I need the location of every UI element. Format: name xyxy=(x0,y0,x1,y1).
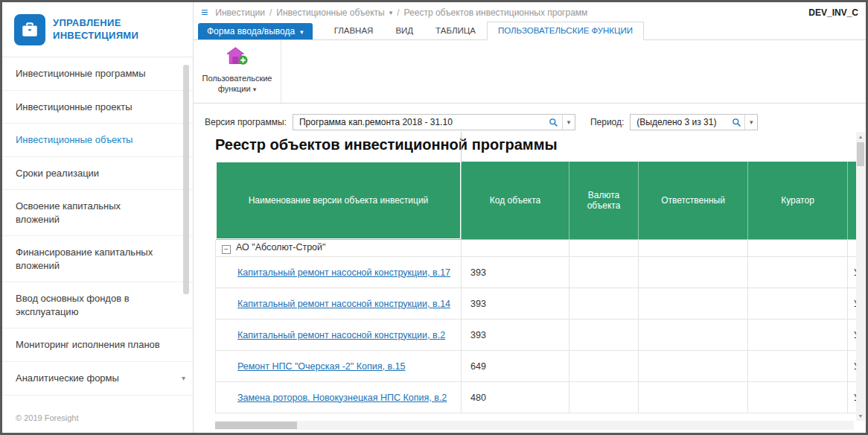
chevron-down-icon[interactable] xyxy=(562,115,575,130)
column-header-code[interactable]: Код объекта xyxy=(462,162,569,240)
sidebar-item-fixed-assets-commissioning[interactable]: Ввод основных фондов в эксплуатацию xyxy=(2,282,193,328)
tab-main[interactable]: ГЛАВНАЯ xyxy=(323,22,385,40)
responsible-cell xyxy=(639,382,748,413)
version-select[interactable]: Программа кап.ремонта 2018 - 31.10 xyxy=(293,114,575,130)
column-header-name[interactable]: Наименование версии объекта инвестиций xyxy=(216,162,462,240)
responsible-cell xyxy=(639,351,748,382)
sidebar-item-label: Сроки реализации xyxy=(16,168,99,179)
table-row: Капитальный ремонт насосной конструкции,… xyxy=(216,320,857,351)
table-row: Капитальный ремонт насосной конструкции,… xyxy=(216,257,857,288)
app-title-line2: ИНВЕСТИЦИЯМИ xyxy=(53,30,138,42)
currency-cell xyxy=(569,351,639,382)
io-form-button-label: Форма ввода/вывода xyxy=(207,26,295,36)
breadcrumb-item-investment-objects[interactable]: Инвестиционные объекты xyxy=(276,7,384,18)
vertical-scrollbar[interactable] xyxy=(856,132,865,421)
object-link[interactable]: Капитальный ремонт насосной конструкции,… xyxy=(237,299,450,309)
sidebar-item-label: Аналитические формы xyxy=(16,372,119,384)
clipped-cell: У xyxy=(848,288,857,320)
sidebar-item-label: Освоение капитальных вложений xyxy=(16,200,121,225)
copyright-text: © 2019 Foresight xyxy=(16,413,79,422)
chevron-down-icon xyxy=(300,26,304,36)
curator-cell xyxy=(748,320,848,351)
scroll-down-icon[interactable] xyxy=(856,411,865,421)
currency-cell xyxy=(569,257,639,288)
sidebar-item-investment-projects[interactable]: Инвестиционные проекты xyxy=(2,91,193,124)
current-user-label: DEV_INV_C xyxy=(808,7,858,18)
user-functions-button-label: Пользовательские функции xyxy=(194,73,281,95)
chevron-down-icon xyxy=(182,373,185,384)
table-header-row: Наименование версии объекта инвестиций К… xyxy=(216,162,857,240)
group-label: АО "Абсолют-Строй" xyxy=(236,242,325,253)
report-table: Наименование версии объекта инвестиций К… xyxy=(215,161,856,413)
user-functions-icon xyxy=(225,45,250,71)
curator-cell xyxy=(748,351,848,382)
report-area: Реестр объектов инвестиционной программы… xyxy=(194,130,866,433)
search-icon[interactable] xyxy=(728,118,744,127)
scroll-up-icon[interactable] xyxy=(856,132,865,142)
curator-cell xyxy=(748,288,848,320)
collapse-group-icon[interactable] xyxy=(222,245,231,254)
sidebar-item-implementation-periods[interactable]: Сроки реализации xyxy=(2,157,193,191)
tab-view[interactable]: ВИД xyxy=(384,22,424,40)
object-link[interactable]: Замена роторов. Новокузнецкая НПС Копия,… xyxy=(237,393,447,403)
clipped-cell: У xyxy=(848,351,857,382)
io-form-button[interactable]: Форма ввода/вывода xyxy=(198,23,313,39)
breadcrumb: Инвестиции / Инвестиционные объекты / Ре… xyxy=(194,2,866,22)
vertical-scrollbar-thumb[interactable] xyxy=(857,142,864,166)
menu-hamburger-icon[interactable] xyxy=(201,7,208,19)
sidebar-item-plan-monitoring[interactable]: Мониторинг исполнения планов xyxy=(2,328,193,362)
tab-table[interactable]: ТАБЛИЦА xyxy=(424,22,487,40)
ribbon-tabbar: Форма ввода/вывода ГЛАВНАЯ ВИД ТАБЛИЦА П… xyxy=(194,22,866,40)
column-header-responsible[interactable]: Ответственный xyxy=(639,162,748,240)
sidebar-item-label: Финансирование капитальных вложений xyxy=(16,247,153,271)
column-header-curator[interactable]: Куратор xyxy=(748,162,848,240)
chevron-down-icon[interactable] xyxy=(744,115,757,130)
breadcrumb-item-investments[interactable]: Инвестиции xyxy=(215,7,265,18)
period-select-value: (Выделено 3 из 31) xyxy=(631,117,728,127)
app-title-line1: УПРАВЛЕНИЕ xyxy=(53,17,138,30)
horizontal-scrollbar[interactable] xyxy=(215,421,854,430)
report-table-viewport: Наименование версии объекта инвестиций К… xyxy=(215,161,856,413)
breadcrumb-separator: / xyxy=(397,7,399,18)
code-cell: 393 xyxy=(462,288,569,320)
sidebar-item-investment-objects[interactable]: Инвестиционные объекты xyxy=(2,124,193,157)
horizontal-scrollbar-thumb[interactable] xyxy=(215,422,297,429)
object-link[interactable]: Капитальный ремонт насосной конструкции,… xyxy=(237,267,450,278)
search-icon[interactable] xyxy=(546,118,562,127)
sidebar-scrollbar-thumb[interactable] xyxy=(183,65,189,294)
responsible-cell xyxy=(639,320,748,351)
code-cell: 649 xyxy=(462,351,569,382)
object-link[interactable]: Ремонт НПС "Очерская -2" Копия, в.15 xyxy=(237,361,405,372)
clipped-cell: У xyxy=(848,382,857,413)
breadcrumb-separator: / xyxy=(269,7,272,18)
sidebar-item-capex-financing[interactable]: Финансирование капитальных вложений xyxy=(2,236,193,282)
sidebar-item-label: Инвестиционные программы xyxy=(16,68,146,79)
table-row: Ремонт НПС "Очерская -2" Копия, в.15 649… xyxy=(216,351,857,382)
period-select[interactable]: (Выделено 3 из 31) xyxy=(630,114,758,130)
page-title: Реестр объектов инвестиционной программы xyxy=(215,136,866,153)
user-functions-button[interactable]: Пользовательские функции xyxy=(194,40,281,103)
app-window: УПРАВЛЕНИЕ ИНВЕСТИЦИЯМИ Инвестиционные п… xyxy=(0,0,868,435)
curator-cell xyxy=(748,382,848,413)
curator-cell xyxy=(748,257,848,288)
currency-cell xyxy=(569,382,639,413)
tab-user-functions[interactable]: ПОЛЬЗОВАТЕЛЬСКИЕ ФУНКЦИИ xyxy=(487,22,644,40)
chevron-down-icon[interactable] xyxy=(389,9,393,16)
code-cell: 393 xyxy=(462,320,569,351)
table-row: Капитальный ремонт насосной конструкции,… xyxy=(216,288,857,320)
object-link[interactable]: Капитальный ремонт насосной конструкции,… xyxy=(237,330,445,340)
app-logo: УПРАВЛЕНИЕ ИНВЕСТИЦИЯМИ xyxy=(2,2,193,57)
group-cell: АО "Абсолют-Строй" xyxy=(216,240,462,257)
sidebar-item-analytical-forms[interactable]: Аналитические формы xyxy=(2,362,193,396)
filter-bar: Версия программы: Программа кап.ремонта … xyxy=(205,114,855,130)
main-area: Инвестиции / Инвестиционные объекты / Ре… xyxy=(194,2,866,433)
group-row: АО "Абсолют-Строй" xyxy=(216,240,857,257)
user-functions-button-text: Пользовательские функции xyxy=(202,74,272,93)
column-header-currency[interactable]: Валюта объекта xyxy=(569,162,639,240)
pane-split-line xyxy=(461,132,462,165)
sidebar-item-capex-development[interactable]: Освоение капитальных вложений xyxy=(2,190,193,236)
period-filter-label: Период: xyxy=(590,117,624,127)
sidebar-item-investment-programs[interactable]: Инвестиционные программы xyxy=(2,57,193,91)
clipped-cell: У xyxy=(848,320,857,351)
version-filter-label: Версия программы: xyxy=(205,117,287,127)
